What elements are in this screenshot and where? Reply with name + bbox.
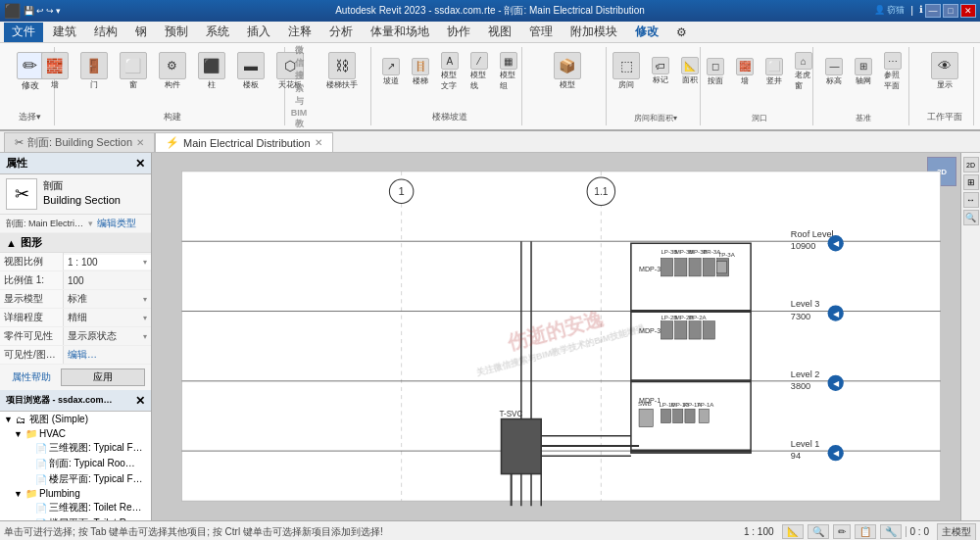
browser-tree-item[interactable]: 📄剖面: Typical Roo… [0, 456, 151, 471]
main-area: 属性 ✕ ✂ 剖面 Building Section 剖面: Main Elec… [0, 153, 980, 520]
menu-item-file[interactable]: 文件 [4, 23, 43, 42]
browser-tree-item[interactable]: 📄楼层平面: Toilet Re… [0, 515, 151, 520]
model-group-btn[interactable]: ▦模型组 [495, 49, 522, 94]
model-line-btn[interactable]: ∕模型线 [466, 49, 493, 94]
browser-tree-item[interactable]: 📄楼层平面: Typical F… [0, 471, 151, 487]
tab-building-section[interactable]: ✂ 剖面: Building Section ✕ [4, 132, 155, 152]
browser-tree-item[interactable]: ▼📁Plumbing [0, 487, 151, 500]
status-icon-2[interactable]: 🔍 [808, 524, 829, 539]
browser-tree-item[interactable]: ▼🗂视图 (Simple) [0, 412, 151, 427]
wall-btn[interactable]: 🧱墙 [36, 49, 74, 93]
prop-value-vis[interactable]: 编辑… [64, 346, 151, 364]
menu-item-analyze[interactable]: 分析 [321, 23, 361, 42]
room-tag-btn[interactable]: 🏷标记 [647, 54, 674, 88]
minimize-btn[interactable]: — [925, 4, 941, 18]
status-icon-1[interactable]: 📐 [782, 524, 804, 539]
browser-tree-item[interactable]: 📄三维视图: Typical F… [0, 440, 151, 456]
select-group-label: 选择▾ [19, 109, 41, 123]
menu-item-settings[interactable]: ⚙ [668, 23, 695, 42]
rt-pan-btn[interactable]: ↔ [963, 192, 979, 208]
show-btn[interactable]: 👁显示 [926, 49, 963, 93]
model-text-btn[interactable]: A模型文字 [436, 49, 464, 94]
railing-btn[interactable]: ⛓楼梯扶手 [321, 49, 363, 93]
rt-grid-btn[interactable]: ⊞ [963, 174, 979, 190]
svg-text:3800: 3800 [791, 381, 810, 391]
room-btn[interactable]: ⬚房间 [608, 49, 645, 93]
info-icon[interactable]: ℹ [919, 4, 923, 18]
maximize-btn[interactable]: □ [943, 4, 958, 18]
menu-item-prefab[interactable]: 预制 [157, 23, 196, 42]
prop-value-parts[interactable]: 显示原状态 ▾ [64, 327, 151, 345]
browser-tree-item[interactable]: ▼📁HVAC [0, 427, 151, 440]
stair-buttons: ⛓楼梯扶手 [321, 49, 363, 93]
properties-close-btn[interactable]: ✕ [135, 157, 145, 171]
tab-close-btn[interactable]: ✕ [136, 137, 144, 148]
column-btn[interactable]: ⬛柱 [193, 49, 230, 93]
door-btn[interactable]: 🚪门 [75, 49, 113, 93]
menu-item-collaborate[interactable]: 协作 [439, 23, 478, 42]
status-icon-3[interactable]: ✏ [833, 524, 851, 539]
room-buttons: ⬚房间 🏷标记 📐面积 [608, 49, 704, 93]
close-btn[interactable]: ✕ [960, 4, 976, 18]
edit-type-link[interactable]: 编辑类型 [97, 217, 136, 230]
rt-zoom-btn[interactable]: 🔍 [963, 210, 979, 225]
floor-btn[interactable]: ▬楼板 [232, 49, 270, 93]
menu-item-massing[interactable]: 体量和场地 [363, 23, 437, 42]
menu-item-insert[interactable]: 插入 [239, 23, 278, 42]
browser-content[interactable]: ▼🗂视图 (Simple)▼📁HVAC📄三维视图: Typical F…📄剖面:… [0, 412, 151, 520]
menu-item-modify[interactable]: 修改 [627, 23, 666, 42]
dormer-btn[interactable]: ⌂老虎窗 [790, 49, 817, 94]
menu-item-addins[interactable]: 附加模块 [563, 23, 625, 42]
stairs-btn[interactable]: 🪜楼梯 [407, 55, 434, 89]
prop-value-display[interactable]: 标准 ▾ [64, 290, 151, 308]
menu-item-architecture[interactable]: 建筑 [45, 23, 84, 42]
menu-item-steel[interactable]: 钢 [127, 23, 155, 42]
svg-text:TP-1A: TP-1A [697, 401, 714, 408]
ramp-btn[interactable]: ↗坡道 [377, 55, 405, 89]
tab-icon-elec: ⚡ [166, 136, 179, 149]
ref-plane-btn[interactable]: ⋯参照平面 [879, 49, 906, 94]
menu-item-structure[interactable]: 结构 [86, 23, 125, 42]
browser-tree-item[interactable]: 📄三维视图: Toilet Re… [0, 500, 151, 515]
prop-row-scale: 视图比例 1 : 100 ▾ [0, 253, 151, 271]
window-btn[interactable]: ⬜窗 [115, 49, 152, 93]
help-link[interactable]: 属性帮助 [6, 368, 57, 386]
prop-row-display: 显示模型 标准 ▾ [0, 290, 151, 309]
by-face-btn[interactable]: ◻按面 [702, 55, 729, 89]
svg-text:◀: ◀ [833, 310, 840, 319]
area-btn[interactable]: 📐面积 [676, 54, 704, 88]
prop-value-scale[interactable]: 1 : 100 ▾ [64, 255, 151, 270]
status-icon-5[interactable]: 🔧 [880, 524, 902, 539]
grid-btn[interactable]: ⊞轴网 [850, 55, 877, 89]
ribbon-group-workplane: 👁显示 工作平面 [915, 47, 974, 125]
graphics-header: ▲ 图形 [0, 233, 151, 253]
menu-item-systems[interactable]: 系统 [198, 23, 237, 42]
prop-value-detail[interactable]: 精细 ▾ [64, 309, 151, 326]
datum-buttons: —标高 ⊞轴网 ⋯参照平面 [820, 49, 906, 94]
browser-close-btn[interactable]: ✕ [135, 394, 145, 408]
model-btn[interactable]: 主模型 [937, 523, 976, 541]
svg-text:TP-3A: TP-3A [718, 251, 736, 258]
build-buttons: 🧱墙 🚪门 ⬜窗 ⚙构件 ⬛柱 ▬楼板 ⬡天花板 [36, 49, 309, 93]
browser-title: 项目浏览器 - ssdax.com.rte [6, 394, 114, 407]
svg-text:94: 94 [791, 451, 801, 461]
canvas-area[interactable]: 伤逝的安逸 关注微信搜索与BIM教学技术的BIM技能增强 2D 1 1.1 [152, 153, 960, 520]
svg-rect-56 [685, 409, 695, 422]
apply-btn[interactable]: 应用 [61, 368, 145, 386]
tab-close-elec-btn[interactable]: ✕ [315, 137, 322, 148]
menu-item-manage[interactable]: 管理 [521, 23, 561, 42]
status-icon-4[interactable]: 📋 [855, 524, 876, 539]
menu-item-annotate[interactable]: 注释 [280, 23, 319, 42]
tab-main-electrical[interactable]: ⚡ Main Electrical Distribution ✕ [155, 132, 333, 152]
menu-item-view[interactable]: 视图 [480, 23, 519, 42]
shaft-btn[interactable]: ⬜竖井 [760, 55, 788, 89]
model-btn[interactable]: 📦模型 [549, 49, 586, 93]
wall-opening-btn[interactable]: 🧱墙 [731, 55, 759, 89]
component-btn[interactable]: ⚙构件 [154, 49, 191, 93]
svg-text:◀: ◀ [833, 449, 840, 458]
level-btn[interactable]: —标高 [820, 55, 848, 89]
rt-2d-btn[interactable]: 2D [963, 157, 979, 172]
prop-row-scale-val: 比例值 1: 100 [0, 271, 151, 290]
title: Autodesk Revit 2023 - ssdax.com.rte - 剖面… [335, 4, 645, 18]
ribbon-group-stair: ⛓楼梯扶手 [313, 47, 371, 125]
